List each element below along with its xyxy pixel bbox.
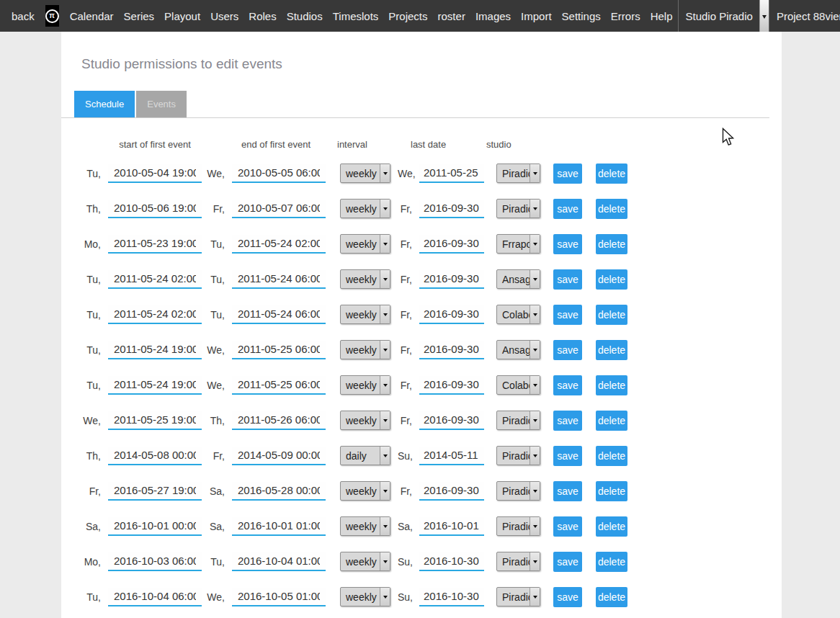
start-datetime-input[interactable] xyxy=(108,482,202,501)
last-date-input[interactable] xyxy=(419,164,484,183)
delete-button[interactable]: delete xyxy=(596,481,627,501)
last-date-input[interactable] xyxy=(419,588,484,606)
end-datetime-input[interactable] xyxy=(232,305,326,324)
interval-select[interactable]: weekly xyxy=(340,552,390,571)
row-studio-select[interactable]: Colabo xyxy=(496,375,540,395)
nav-item-timeslots[interactable]: Timeslots xyxy=(333,10,379,22)
start-datetime-input[interactable] xyxy=(108,447,202,465)
last-date-input[interactable] xyxy=(419,376,484,395)
end-datetime-input[interactable] xyxy=(232,235,326,254)
row-studio-select[interactable]: Piradio xyxy=(496,481,540,501)
interval-select[interactable]: weekly xyxy=(340,340,390,359)
chevron-down-icon[interactable] xyxy=(530,341,540,359)
row-studio-select[interactable]: Ansage xyxy=(496,269,540,289)
last-date-input[interactable] xyxy=(419,200,484,218)
delete-button[interactable]: delete xyxy=(596,234,627,254)
last-date-input[interactable] xyxy=(419,482,484,501)
end-datetime-input[interactable] xyxy=(232,552,326,571)
delete-button[interactable]: delete xyxy=(596,269,627,290)
chevron-down-icon[interactable] xyxy=(530,482,540,500)
row-studio-select[interactable]: Piradio xyxy=(496,164,540,183)
last-date-input[interactable] xyxy=(419,447,484,465)
chevron-down-icon[interactable] xyxy=(380,482,390,500)
interval-select[interactable]: weekly xyxy=(340,375,390,395)
save-button[interactable]: save xyxy=(553,516,582,537)
chevron-down-icon[interactable] xyxy=(530,411,540,429)
interval-select[interactable]: weekly xyxy=(340,164,390,183)
pi-radio-logo-icon[interactable]: π xyxy=(45,5,59,27)
interval-select[interactable]: weekly xyxy=(340,587,390,606)
chevron-down-icon[interactable] xyxy=(530,447,540,465)
row-studio-select[interactable]: Frrapo xyxy=(496,234,540,254)
interval-select[interactable]: weekly xyxy=(340,481,390,501)
chevron-down-icon[interactable] xyxy=(380,447,390,465)
row-studio-select[interactable]: Ansage xyxy=(496,340,540,359)
delete-button[interactable]: delete xyxy=(596,199,627,219)
save-button[interactable]: save xyxy=(553,234,582,254)
row-studio-select[interactable]: Colabo xyxy=(496,305,540,324)
nav-item-images[interactable]: Images xyxy=(475,10,511,22)
last-date-input[interactable] xyxy=(419,341,484,359)
save-button[interactable]: save xyxy=(553,269,582,290)
save-button[interactable]: save xyxy=(553,340,582,360)
chevron-down-icon[interactable] xyxy=(380,164,390,182)
interval-select[interactable]: daily xyxy=(340,446,390,465)
delete-button[interactable]: delete xyxy=(596,164,627,184)
interval-select[interactable]: weekly xyxy=(340,199,390,218)
end-datetime-input[interactable] xyxy=(232,164,326,183)
save-button[interactable]: save xyxy=(553,481,582,501)
save-button[interactable]: save xyxy=(553,411,582,431)
start-datetime-input[interactable] xyxy=(108,588,202,606)
last-date-input[interactable] xyxy=(419,552,484,571)
last-date-input[interactable] xyxy=(419,305,484,324)
nav-item-roles[interactable]: Roles xyxy=(249,10,276,22)
end-datetime-input[interactable] xyxy=(232,341,326,359)
chevron-down-icon[interactable] xyxy=(530,270,540,288)
last-date-input[interactable] xyxy=(419,270,484,289)
end-datetime-input[interactable] xyxy=(232,517,326,536)
save-button[interactable]: save xyxy=(553,446,582,466)
start-datetime-input[interactable] xyxy=(108,200,202,218)
end-datetime-input[interactable] xyxy=(232,447,326,465)
end-datetime-input[interactable] xyxy=(232,588,326,606)
nav-item-import[interactable]: Import xyxy=(521,10,552,22)
project-select[interactable]: Project 88vier xyxy=(769,0,840,32)
interval-select[interactable]: weekly xyxy=(340,269,390,289)
interval-select[interactable]: weekly xyxy=(340,305,390,324)
row-studio-select[interactable]: Piradio xyxy=(496,587,540,606)
chevron-down-icon[interactable] xyxy=(759,0,769,32)
chevron-down-icon[interactable] xyxy=(530,552,540,570)
row-studio-select[interactable]: Piradio xyxy=(496,516,540,536)
nav-item-projects[interactable]: Projects xyxy=(388,10,427,22)
save-button[interactable]: save xyxy=(553,305,582,325)
delete-button[interactable]: delete xyxy=(596,516,627,537)
delete-button[interactable]: delete xyxy=(596,411,627,431)
start-datetime-input[interactable] xyxy=(108,270,202,289)
start-datetime-input[interactable] xyxy=(108,552,202,571)
chevron-down-icon[interactable] xyxy=(380,305,390,323)
row-studio-select[interactable]: Piradio xyxy=(496,446,540,465)
start-datetime-input[interactable] xyxy=(108,164,202,183)
start-datetime-input[interactable] xyxy=(108,411,202,430)
last-date-input[interactable] xyxy=(419,235,484,254)
end-datetime-input[interactable] xyxy=(232,411,326,430)
nav-item-settings[interactable]: Settings xyxy=(562,10,601,22)
interval-select[interactable]: weekly xyxy=(340,234,390,254)
chevron-down-icon[interactable] xyxy=(530,235,540,253)
chevron-down-icon[interactable] xyxy=(530,200,540,218)
chevron-down-icon[interactable] xyxy=(530,376,540,394)
nav-item-series[interactable]: Series xyxy=(124,10,155,22)
chevron-down-icon[interactable] xyxy=(380,200,390,218)
save-button[interactable]: save xyxy=(553,375,582,395)
row-studio-select[interactable]: Piradio xyxy=(496,199,540,218)
end-datetime-input[interactable] xyxy=(232,482,326,501)
nav-item-roster[interactable]: roster xyxy=(438,10,465,22)
save-button[interactable]: save xyxy=(553,587,582,607)
end-datetime-input[interactable] xyxy=(232,376,326,395)
chevron-down-icon[interactable] xyxy=(380,270,390,288)
save-button[interactable]: save xyxy=(553,552,582,572)
start-datetime-input[interactable] xyxy=(108,305,202,324)
row-studio-select[interactable]: Piradio xyxy=(496,411,540,430)
nav-item-playout[interactable]: Playout xyxy=(164,10,200,22)
nav-item-errors[interactable]: Errors xyxy=(611,10,640,22)
